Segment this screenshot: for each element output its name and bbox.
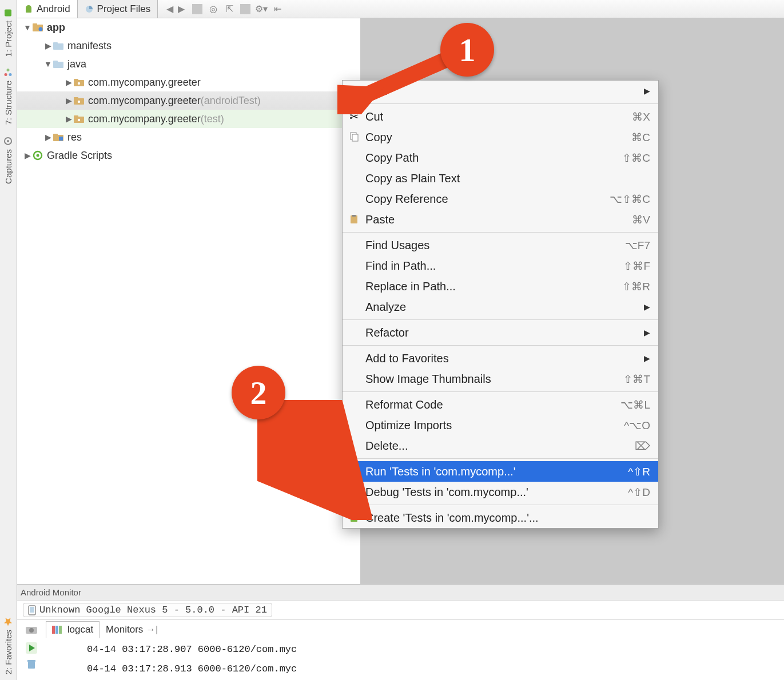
project-tab-strip: Android Project Files ◀ ▶ ◎ ⇱ ⚙▾ ⇤ <box>17 0 784 18</box>
android-monitor-tab[interactable]: Android Monitor <box>17 584 784 600</box>
menu-analyze[interactable]: Analyze▶ <box>343 297 658 317</box>
rail-tab-captures[interactable]: Captures <box>2 131 14 190</box>
log-line: 04-14 03:17:28.913 6000-6120/com.myc <box>46 661 784 680</box>
svg-point-27 <box>37 154 39 157</box>
gear-icon[interactable]: ⚙▾ <box>256 4 266 14</box>
menu-replace-in-path[interactable]: Replace in Path...⇧⌘R <box>343 276 658 297</box>
trash-icon[interactable] <box>26 658 37 670</box>
project-icon <box>4 8 13 17</box>
package-icon <box>73 114 85 124</box>
menu-copy-plain[interactable]: Copy as Plain Text <box>343 168 658 189</box>
left-tool-rail: 1: Project 7: Structure Captures 2: Favo… <box>0 0 17 680</box>
tab-android[interactable]: Android <box>17 0 78 18</box>
device-name: Unknown Google Nexus 5 - 5.0.0 - API 21 <box>39 605 267 615</box>
folder-icon <box>53 59 64 69</box>
menu-paste[interactable]: Paste⌘V <box>343 209 658 230</box>
svg-point-31 <box>29 628 34 633</box>
svg-rect-11 <box>53 42 58 45</box>
rail-tab-favorites[interactable]: 2: Favorites <box>2 611 14 680</box>
annotation-badge-2: 2 <box>232 366 285 419</box>
scroll-right-icon[interactable]: ▶ <box>176 4 186 14</box>
copy-icon <box>348 131 360 143</box>
camera-icon[interactable] <box>25 625 38 635</box>
svg-rect-18 <box>74 97 78 99</box>
target-icon[interactable]: ◎ <box>208 4 218 14</box>
menu-refactor[interactable]: Refactor▶ <box>343 322 658 343</box>
menu-create-tests[interactable]: Create 'Tests in 'com.mycomp...'... <box>343 507 658 528</box>
svg-rect-29 <box>30 607 34 613</box>
rail-tab-project[interactable]: 1: Project <box>2 2 14 62</box>
menu-copy[interactable]: Copy⌘C <box>343 127 658 147</box>
menu-copy-ref[interactable]: Copy Reference⌥⇧⌘C <box>343 189 658 209</box>
monitors-tab[interactable]: Monitors →| <box>100 621 164 638</box>
star-icon <box>4 617 13 626</box>
monitors-tab-label: Monitors <box>106 624 143 635</box>
context-menu: New▶ ✂Cut⌘X Copy⌘C Copy Path⇧⌘C Copy as … <box>342 80 659 529</box>
svg-rect-32 <box>52 626 55 634</box>
tab-project-files[interactable]: Project Files <box>78 0 158 18</box>
paste-icon <box>348 214 360 225</box>
tree-gradle-label: Gradle Scripts <box>47 150 112 162</box>
device-selector[interactable]: Unknown Google Nexus 5 - 5.0.0 - API 21 <box>23 603 272 617</box>
svg-rect-8 <box>33 23 37 26</box>
svg-point-5 <box>7 140 10 142</box>
collapse-all-icon[interactable]: ⇱ <box>224 4 234 14</box>
tab-project-files-label: Project Files <box>97 3 151 15</box>
logcat-row: logcat Monitors →| <box>17 619 784 639</box>
res-folder-icon <box>53 132 64 142</box>
project-rail-label: 1: Project <box>3 21 13 57</box>
device-selector-bar: Unknown Google Nexus 5 - 5.0.0 - API 21 <box>17 600 784 619</box>
tree-pkg-main-label: com.mycompany.greeter <box>88 77 201 89</box>
logcat-tab-label: logcat <box>67 624 93 635</box>
tree-app-label: app <box>47 22 65 34</box>
rail-tab-structure[interactable]: 7: Structure <box>2 62 14 131</box>
package-icon <box>73 95 85 106</box>
folder-icon <box>53 41 64 51</box>
tree-pkg-at-label: com.mycompany.greeter <box>88 95 201 107</box>
captures-rail-label: Captures <box>3 149 13 184</box>
menu-optimize-imports[interactable]: Optimize Imports^⌥O <box>343 415 658 435</box>
svg-point-2 <box>5 74 7 77</box>
structure-icon <box>4 68 13 77</box>
package-icon <box>73 77 85 87</box>
run-icon[interactable] <box>26 642 37 654</box>
menu-show-thumbnails[interactable]: Show Image Thumbnails⇧⌘T <box>343 369 658 389</box>
log-line: 04-14 03:17:28.907 6000-6120/com.myc <box>46 641 784 661</box>
svg-rect-15 <box>74 79 78 81</box>
logcat-controls <box>17 639 46 680</box>
scroll-left-icon[interactable]: ◀ <box>165 4 175 14</box>
svg-point-3 <box>7 69 10 72</box>
menu-reformat[interactable]: Reformat Code⌥⌘L <box>343 394 658 415</box>
menu-debug-tests[interactable]: Debug 'Tests in 'com.mycomp...'^⇧D <box>343 482 658 502</box>
menu-find-in-path[interactable]: Find in Path...⇧⌘F <box>343 255 658 276</box>
gradle-icon <box>32 150 43 161</box>
svg-point-19 <box>78 101 80 103</box>
menu-copy-path[interactable]: Copy Path⇧⌘C <box>343 147 658 168</box>
tree-java-label: java <box>67 58 86 70</box>
captures-icon <box>4 137 13 146</box>
svg-rect-24 <box>53 134 58 136</box>
hide-icon[interactable]: ⇤ <box>272 4 282 14</box>
svg-rect-39 <box>352 134 358 141</box>
menu-delete[interactable]: Delete...⌦ <box>343 435 658 456</box>
svg-rect-33 <box>55 626 58 634</box>
project-toolbar: ◀ ▶ ◎ ⇱ ⚙▾ ⇤ <box>160 0 287 18</box>
svg-rect-41 <box>352 215 356 217</box>
menu-find-usages[interactable]: Find Usages⌥F7 <box>343 235 658 255</box>
annotation-arrow-1 <box>337 46 457 114</box>
logcat-icon <box>52 626 62 634</box>
annotation-badge-1: 1 <box>440 23 494 77</box>
tree-manifests-label: manifests <box>67 40 112 52</box>
svg-point-1 <box>9 74 12 77</box>
logcat-tab[interactable]: logcat <box>46 621 100 638</box>
svg-rect-40 <box>351 215 357 223</box>
svg-point-16 <box>78 82 80 85</box>
svg-rect-0 <box>5 9 12 16</box>
android-monitor-label: Android Monitor <box>21 587 81 597</box>
menu-add-favorites[interactable]: Add to Favorites▶ <box>343 348 658 369</box>
menu-run-tests[interactable]: Run 'Tests in 'com.mycomp...'^⇧R <box>343 461 658 482</box>
structure-rail-label: 7: Structure <box>3 81 13 125</box>
tree-pkg-at-suffix: (androidTest) <box>201 95 261 107</box>
svg-rect-36 <box>28 662 35 669</box>
svg-rect-25 <box>59 137 63 141</box>
